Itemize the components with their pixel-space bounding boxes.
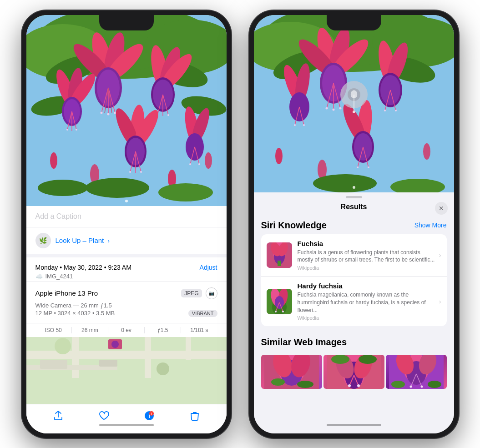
svg-point-32: [167, 114, 169, 116]
date-row: Monday • May 30, 2022 • 9:23 AM Adjust ☁…: [26, 257, 227, 282]
close-button[interactable]: ✕: [435, 202, 448, 215]
svg-text:i: i: [151, 412, 152, 415]
svg-point-63: [50, 152, 57, 169]
svg-rect-68: [26, 351, 227, 359]
caption-placeholder[interactable]: Add a Caption: [35, 212, 81, 220]
svg-rect-69: [72, 337, 79, 378]
exif-aperture: ƒ1.5: [145, 327, 181, 333]
svg-point-109: [395, 110, 397, 111]
camera-icon: 📷: [206, 287, 217, 299]
svg-point-124: [368, 166, 369, 168]
svg-point-165: [357, 384, 360, 387]
siri-knowledge-header: Siri Knowledge Show More: [261, 215, 447, 234]
svg-point-41: [66, 129, 68, 131]
svg-point-177: [391, 381, 405, 388]
svg-point-101: [332, 108, 334, 111]
exif-focal: 26 mm: [72, 327, 108, 333]
svg-point-65: [158, 183, 213, 201]
home-indicator: [99, 424, 154, 426]
fuchsia-thumbnail: [267, 242, 292, 268]
camera-detail2: 12 MP • 3024 × 4032 • 3.5 MB VIBRANT: [35, 310, 217, 317]
right-phone: Results ✕ Siri Knowledge Show More: [249, 10, 459, 438]
fuchsia-name: Fuchsia: [298, 240, 436, 247]
info-area: Add a Caption 🌿 Look Up – Plant › Monday…: [26, 206, 227, 433]
toolbar: i i: [26, 404, 227, 433]
date-label: Monday • May 30, 2022 • 9:23 AM: [35, 264, 131, 271]
vibrant-badge: VIBRANT: [188, 310, 217, 317]
svg-rect-71: [186, 337, 191, 360]
chevron-right-icon: ›: [107, 237, 109, 244]
lookup-label: Look Up – Plant ›: [56, 237, 110, 244]
svg-point-149: [282, 311, 284, 312]
svg-point-74: [157, 362, 169, 375]
svg-rect-75: [40, 360, 67, 369]
svg-point-62: [205, 152, 212, 169]
svg-point-20: [100, 111, 102, 114]
exif-ev: 0 ev: [108, 327, 145, 333]
hardy-text: Hardy fuchsia Fuchsia magellanica, commo…: [298, 282, 436, 321]
delete-button[interactable]: [190, 411, 200, 421]
camera-badges: JPEG 📷: [181, 287, 217, 299]
lookup-row[interactable]: 🌿 Look Up – Plant ›: [26, 227, 227, 254]
svg-point-52: [140, 171, 142, 173]
section-divider: [26, 254, 227, 257]
filename-line: ☁️ IMG_4241: [35, 273, 217, 280]
fuchsia-desc: Fuchsia is a genus of flowering plants t…: [298, 249, 436, 264]
fuchsia-text: Fuchsia Fuchsia is a genus of flowering …: [298, 240, 436, 271]
right-notch: [327, 15, 381, 30]
svg-point-73: [55, 338, 71, 354]
svg-point-59: [198, 163, 200, 165]
right-page-indicator: [353, 186, 355, 189]
cloud-icon: ☁️: [35, 273, 43, 280]
show-more-button[interactable]: Show More: [414, 221, 447, 229]
photo-display[interactable]: [26, 15, 227, 206]
svg-point-22: [107, 113, 109, 115]
svg-point-108: [384, 110, 386, 111]
similar-img-3[interactable]: [386, 355, 447, 389]
info-button[interactable]: i i: [144, 411, 154, 421]
svg-point-116: [303, 124, 305, 126]
lookup-icon: 🌿: [35, 233, 51, 248]
camera-detail1: Wide Camera — 26 mm ƒ1.5: [35, 302, 217, 309]
exif-row: ISO 50 26 mm 0 ev ƒ1.5 1/181 s: [26, 323, 227, 337]
svg-point-175: [409, 386, 412, 388]
svg-rect-76: [99, 360, 117, 367]
share-button[interactable]: [53, 411, 63, 421]
adjust-button[interactable]: Adjust: [200, 264, 217, 271]
right-photo-display: [254, 15, 454, 192]
svg-point-51: [129, 171, 131, 173]
sheet-header: Results ✕: [254, 198, 454, 215]
notch: [99, 15, 154, 30]
svg-point-128: [313, 174, 377, 192]
similar-img-2[interactable]: [323, 355, 384, 389]
caption-area[interactable]: Add a Caption: [26, 206, 227, 227]
result-fuchsia[interactable]: Fuchsia Fuchsia is a genus of flowering …: [261, 234, 447, 277]
fuchsia-chevron: ›: [439, 252, 441, 259]
similar-label: Similar Web Images: [261, 337, 347, 347]
similar-section: Similar Web Images: [261, 332, 447, 389]
svg-point-178: [428, 381, 441, 388]
camera-model: Apple iPhone 13 Pro: [35, 289, 98, 297]
svg-point-127: [275, 148, 283, 164]
results-sheet: Results ✕ Siri Knowledge Show More: [254, 192, 454, 433]
similar-header: Similar Web Images: [261, 332, 447, 351]
hardy-desc: Fuchsia magellanica, commonly known as t…: [298, 291, 436, 314]
left-phone-screen: Add a Caption 🌿 Look Up – Plant › Monday…: [26, 15, 227, 433]
svg-point-155: [271, 378, 285, 386]
svg-point-42: [76, 129, 77, 131]
phones-container: Add a Caption 🌿 Look Up – Plant › Monday…: [0, 0, 480, 448]
jpeg-badge: JPEG: [181, 289, 202, 297]
hardy-name: Hardy fuchsia: [298, 282, 436, 290]
result-hardy-fuchsia[interactable]: Hardy fuchsia Fuchsia magellanica, commo…: [261, 276, 447, 326]
hardy-source: Wikipedia: [298, 315, 436, 321]
similar-img-1[interactable]: [261, 355, 322, 389]
svg-point-167: [359, 355, 377, 364]
left-phone: Add a Caption 🌿 Look Up – Plant › Monday…: [22, 10, 231, 438]
date-line: Monday • May 30, 2022 • 9:23 AM Adjust: [35, 264, 217, 271]
favorite-button[interactable]: [99, 411, 109, 421]
page-indicator: [125, 200, 128, 202]
sheet-title: Results: [341, 203, 367, 211]
map-area[interactable]: [26, 337, 227, 404]
svg-rect-70: [145, 337, 151, 378]
svg-point-126: [423, 143, 430, 160]
